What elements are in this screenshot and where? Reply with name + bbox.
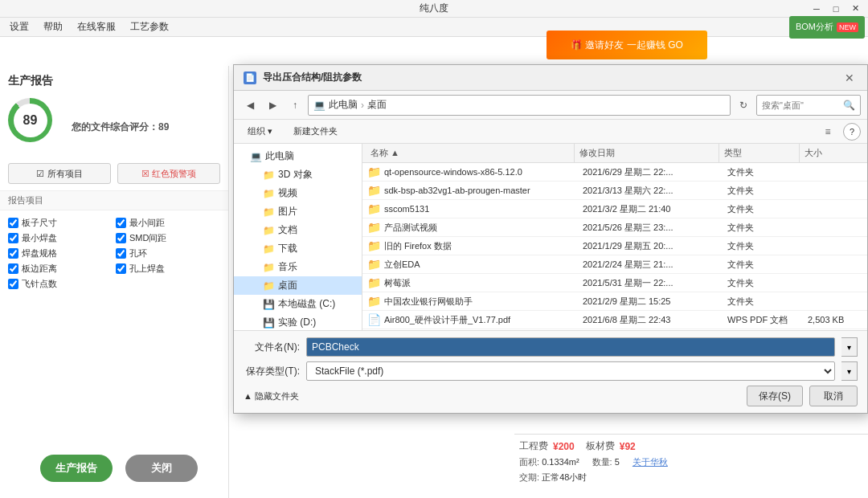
- bom-new-badge: NEW: [837, 22, 858, 32]
- tree-documents[interactable]: 📁 文档: [234, 221, 362, 239]
- filetype-row: 保存类型(T): StackFile (*.pdf) ▾: [244, 361, 858, 381]
- check-annular[interactable]: 孔环: [116, 247, 220, 259]
- file-row[interactable]: 📁sdk-bsp-ab32vg1-ab-prougen-master 2021/…: [362, 182, 867, 200]
- nav-forward-btn[interactable]: ▶: [263, 96, 282, 115]
- delivery-label: 交期:: [519, 472, 539, 482]
- tree-desktop[interactable]: 📁 桌面: [234, 276, 362, 295]
- filter-red-btn[interactable]: ☒ 红色预警项: [117, 163, 220, 184]
- filter-red-label: ☒ 红色预警项: [141, 168, 196, 180]
- organize-btn[interactable]: 组织 ▾: [240, 123, 280, 141]
- board-fee-label: 板材费: [586, 439, 615, 453]
- documents-folder-icon: 📁: [263, 225, 275, 236]
- folder-icon: 📁: [367, 239, 381, 252]
- col-date[interactable]: 修改日期: [575, 144, 719, 162]
- new-folder-btn[interactable]: 新建文件夹: [286, 123, 345, 141]
- check-min-pad[interactable]: 最小焊盘: [8, 232, 113, 244]
- report-btn[interactable]: 生产报告: [40, 455, 113, 482]
- folder-icon: 📁: [367, 258, 381, 271]
- menu-bar: 设置 帮助 在线客服 工艺参数 BOM分析 NEW: [0, 18, 868, 37]
- file-row[interactable]: 📁旧的 Firefox 数据 2021/1/29 星期五 20:... 文件夹: [362, 237, 867, 255]
- refresh-btn[interactable]: ↻: [734, 96, 753, 115]
- file-row[interactable]: 📄Air800_硬件设计手册_V1.77.pdf 2021/6/8 星期二 22…: [362, 311, 867, 329]
- nav-up-btn[interactable]: ↑: [285, 96, 305, 115]
- view-btn[interactable]: ≡: [819, 123, 837, 141]
- dialog-footer: ▲ 隐藏文件夹 保存(S) 取消: [244, 386, 858, 406]
- filter-row: ☑ 所有项目 ☒ 红色预警项: [0, 157, 228, 190]
- this-pc-icon: 💻: [250, 151, 262, 162]
- folder-icon: 📁: [367, 165, 381, 178]
- huaqiu-link[interactable]: 关于华秋: [633, 456, 668, 468]
- check-test-points[interactable]: 飞针点数: [8, 278, 113, 290]
- invite-banner[interactable]: 🎁 邀请好友 一起赚钱 GO: [547, 31, 707, 59]
- check-smd-spacing[interactable]: SMD间距: [116, 232, 220, 244]
- tree-downloads[interactable]: 📁 下载: [234, 239, 362, 258]
- help-btn[interactable]: ?: [843, 123, 861, 141]
- pictures-folder-icon: 📁: [263, 206, 275, 218]
- tree-drive-d[interactable]: 💾 实验 (D:): [234, 313, 362, 330]
- board-fee-value: ¥92: [620, 441, 636, 452]
- check-min-spacing[interactable]: 最小间距: [116, 217, 220, 229]
- tree-music[interactable]: 📁 音乐: [234, 258, 362, 276]
- menu-settings[interactable]: 设置: [3, 18, 35, 35]
- tree-this-pc[interactable]: 💻 此电脑: [234, 147, 362, 165]
- file-row[interactable]: 📁qt-opensource-windows-x86-5.12.0 2021/6…: [362, 163, 867, 182]
- score-circle: 89: [8, 98, 52, 142]
- location-this-pc: 此电脑: [329, 98, 358, 112]
- minimize-btn[interactable]: ─: [810, 2, 823, 15]
- dialog-nav: ◀ ▶ ↑ 💻 此电脑 › 桌面 ↻ 🔍: [234, 91, 867, 120]
- filename-dropdown-arrow[interactable]: ▾: [841, 337, 858, 357]
- filename-row: 文件名(N): ▾: [244, 337, 858, 357]
- menu-support[interactable]: 在线客服: [71, 18, 122, 35]
- filename-input[interactable]: [306, 337, 835, 357]
- maximize-btn[interactable]: □: [829, 2, 842, 15]
- tree-video[interactable]: 📁 视频: [234, 184, 362, 202]
- search-input[interactable]: [762, 100, 843, 110]
- hide-folders-label: ▲ 隐藏文件夹: [244, 390, 299, 402]
- save-btn[interactable]: 保存(S): [747, 386, 803, 406]
- file-row[interactable]: 📁产品测试视频 2021/5/26 星期三 23:... 文件夹: [362, 218, 867, 237]
- search-box[interactable]: 🔍: [756, 95, 861, 116]
- bom-btn[interactable]: BOM分析 NEW: [789, 16, 865, 39]
- check-edge-distance[interactable]: 板边距离: [8, 263, 113, 275]
- check-board-size[interactable]: 板子尺寸: [8, 217, 113, 229]
- invite-text: 🎁 邀请好友 一起赚钱 GO: [571, 39, 683, 52]
- tree-pictures[interactable]: 📁 图片: [234, 202, 362, 221]
- desktop-folder-icon: 📁: [263, 280, 275, 292]
- filter-all-btn[interactable]: ☑ 所有项目: [8, 163, 111, 184]
- music-folder-icon: 📁: [263, 262, 275, 273]
- menu-help[interactable]: 帮助: [37, 18, 69, 35]
- folder-icon: 📁: [367, 202, 381, 215]
- file-row[interactable]: 📁立创EDA 2021/2/24 星期三 21:... 文件夹: [362, 255, 867, 274]
- bom-label: BOM分析: [796, 21, 833, 33]
- drive-c-icon: 💾: [263, 299, 275, 310]
- check-pad-spec[interactable]: 焊盘规格: [8, 247, 113, 259]
- file-list: 名称 ▲ 修改日期 类型 大小 📁qt-opensource-windows-x…: [362, 144, 867, 330]
- close-panel-btn[interactable]: 关闭: [125, 455, 198, 482]
- dialog-bottom: 文件名(N): ▾ 保存类型(T): StackFile (*.pdf) ▾ ▲…: [234, 330, 867, 413]
- col-name[interactable]: 名称 ▲: [366, 144, 575, 162]
- file-row[interactable]: 📁sscom5131 2021/3/2 星期二 21:40 文件夹: [362, 200, 867, 218]
- report-header: 生产报告 89 您的文件综合评分：89: [0, 66, 228, 157]
- col-size[interactable]: 大小: [800, 144, 864, 162]
- filename-label: 文件名(N):: [244, 341, 300, 354]
- search-icon: 🔍: [843, 100, 855, 111]
- close-btn[interactable]: ✕: [849, 2, 862, 15]
- menu-process[interactable]: 工艺参数: [124, 18, 175, 35]
- folder-icon: 📁: [367, 221, 381, 234]
- filetype-select[interactable]: StackFile (*.pdf): [306, 361, 835, 381]
- footer-btns: 保存(S) 取消: [747, 386, 858, 406]
- filetype-dropdown-arrow[interactable]: ▾: [841, 361, 858, 381]
- nav-back-btn[interactable]: ◀: [240, 96, 260, 115]
- delivery-value: 正常48小时: [542, 472, 587, 482]
- file-row[interactable]: 📁中国农业银行网银助手 2021/2/9 星期二 15:25 文件夹: [362, 292, 867, 311]
- dialog-close-btn[interactable]: ✕: [841, 70, 858, 86]
- check-via-pad[interactable]: 孔上焊盘: [116, 263, 220, 275]
- col-type[interactable]: 类型: [719, 144, 800, 162]
- file-row[interactable]: 📁树莓派 2021/5/31 星期一 22:... 文件夹: [362, 274, 867, 292]
- tree-drive-c[interactable]: 💾 本地磁盘 (C:): [234, 295, 362, 313]
- count-info: 数量: 5: [592, 456, 620, 468]
- hide-folders-toggle[interactable]: ▲ 隐藏文件夹: [244, 390, 299, 402]
- downloads-folder-icon: 📁: [263, 243, 275, 255]
- tree-3d[interactable]: 📁 3D 对象: [234, 165, 362, 184]
- cancel-btn[interactable]: 取消: [809, 386, 858, 406]
